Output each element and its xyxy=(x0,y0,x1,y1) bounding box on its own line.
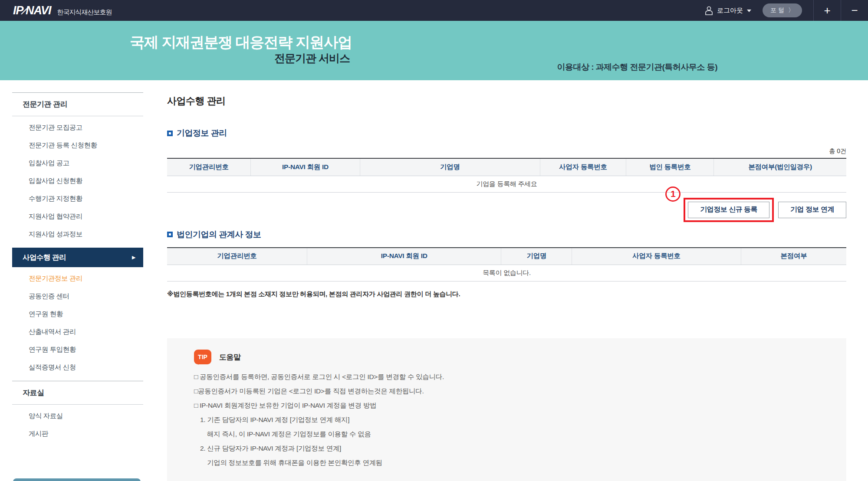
sidebar-item-bid-apply-status[interactable]: 입찰사업 신청현황 xyxy=(12,172,143,190)
portal-arrow-icon: 〉 xyxy=(788,7,794,14)
help-tip-box: TIP 도움말 □ 공동인증서를 등록하면, 공동인증서로 로그인 시 <로그인… xyxy=(167,338,846,481)
logo-navi: NAVI xyxy=(26,4,51,17)
service-title: 국제 지재권분쟁 대응전략 지원사업 xyxy=(126,33,356,52)
col-company-mgmt-no: 기업관리번호 xyxy=(167,158,250,176)
topbar: IP⁄NAVI 한국지식재산보호원 로그아웃 포 털 〉 + − xyxy=(0,0,868,21)
sidebar-item-researcher-status[interactable]: 연구원 현황 xyxy=(12,305,143,323)
link-company-info-button[interactable]: 기업 정보 연계 xyxy=(778,202,846,218)
table-header-row: 기업관리번호 IP-NAVI 회원 ID 기업명 사업자 등록번호 본점여부 xyxy=(167,248,846,265)
sidebar-item-form-archive[interactable]: 양식 자료실 xyxy=(12,407,143,425)
org-name: 한국지식재산보호원 xyxy=(57,8,112,16)
col-business-reg-no: 사업자 등록번호 xyxy=(572,248,741,265)
col-ipnavi-member-id: IP-NAVI 회원 ID xyxy=(250,158,360,176)
sidebar-section-archive: 자료실 xyxy=(12,381,143,405)
sidebar-item-performance-cert-request[interactable]: 실적증명서 신청 xyxy=(12,359,143,376)
section-bullet-icon xyxy=(167,232,173,237)
col-hq-status: 본점여부 xyxy=(741,248,846,265)
ipnavi-logo[interactable]: IP⁄NAVI 한국지식재산보호원 xyxy=(13,4,112,17)
active-menu-label: 사업수행 관리 xyxy=(23,253,66,262)
empty-row: 기업을 등록해 주세요 xyxy=(167,176,846,192)
sidebar-item-joint-cert-center[interactable]: 공동인증 센터 xyxy=(12,288,143,305)
tip-line: 2. 신규 담당자가 IP-NAVI 계정과 [기업정보 연계] xyxy=(194,441,829,455)
empty-row: 목록이 없습니다. xyxy=(167,265,846,281)
empty-message: 목록이 없습니다. xyxy=(167,265,846,281)
chevron-down-icon xyxy=(747,10,751,14)
col-hq-status: 본점여부(법인일경우) xyxy=(714,158,846,176)
col-company-mgmt-no: 기업관리번호 xyxy=(167,248,307,265)
empty-message: 기업을 등록해 주세요 xyxy=(167,176,846,192)
sidebar-item-output-statement-mgmt[interactable]: 산출내역서 관리 xyxy=(12,323,143,341)
tip-line: □ IP-NAVI 회원계정만 보유한 기업이 IP-NAVI 계정을 변경 방… xyxy=(194,398,829,412)
service-subtitle: 전문기관 서비스 xyxy=(126,51,350,65)
portal-label: 포 털 xyxy=(770,7,784,14)
tip-line: 기업의 정보보호를 위해 휴대폰을 이용한 본인확인후 연계됨 xyxy=(194,455,829,470)
sidebar-item-agency-designation-status[interactable]: 수행기관 지정현황 xyxy=(12,190,143,208)
corp-reg-note: ※법인등록번호에는 1개의 본점 소재지 정보만 허용되며, 본점의 관리자가 … xyxy=(167,290,846,298)
company-info-table: 기업관리번호 IP-NAVI 회원 ID 기업명 사업자 등록번호 법인 등록번… xyxy=(167,158,846,193)
sidebar-item-expert-recruit-notice[interactable]: 전문기관 모집공고 xyxy=(12,119,143,137)
help-title: 도움말 xyxy=(219,352,241,362)
col-ipnavi-member-id: IP-NAVI 회원 ID xyxy=(307,248,501,265)
col-company-name: 기업명 xyxy=(360,158,540,176)
sidebar-item-expert-register-status[interactable]: 전문기관 등록 신청현황 xyxy=(12,137,143,154)
company-info-section-title: 기업정보 관리 xyxy=(177,128,227,139)
sidebar-item-support-performance-info[interactable]: 지원사업 성과정보 xyxy=(12,226,143,243)
col-corp-reg-no: 법인 등록번호 xyxy=(626,158,714,176)
section-bullet-icon xyxy=(167,131,173,136)
tip-line: □ 공동인증서를 등록하면, 공동인증서로 로그인 시 <로그인 ID>를 변경… xyxy=(194,370,829,384)
arrow-right-icon: ▶ xyxy=(132,255,135,260)
sidebar-section-expert-mgmt: 전문기관 관리 xyxy=(12,92,143,116)
tip-badge-icon: TIP xyxy=(194,350,211,364)
person-icon xyxy=(705,6,713,15)
logout-label: 로그아웃 xyxy=(717,7,743,15)
affiliate-info-section-title: 법인기업의 관계사 정보 xyxy=(177,229,261,240)
sidebar-section-business-exec-mgmt-active[interactable]: 사업수행 관리 ▶ xyxy=(12,248,143,267)
col-company-name: 기업명 xyxy=(501,248,572,265)
logo-ip: IP xyxy=(13,4,23,17)
tip-line: 해지 즉시, 이 IP-NAVI 계정은 기업정보를 이용할 수 없음 xyxy=(194,427,829,441)
tip-line: □공동인증서가 미등록된 기업은 <로그인 ID>를 직접 변경하는것은 제한됩… xyxy=(194,384,829,398)
portal-button[interactable]: 포 털 〉 xyxy=(763,3,802,17)
sidebar-item-researcher-input-status[interactable]: 연구원 투입현황 xyxy=(12,341,143,359)
register-company-info-button[interactable]: 기업정보 신규 등록 xyxy=(688,202,769,218)
researcher-info-mgmt-button[interactable]: 연구원 정보관리 xyxy=(13,478,141,481)
table-header-row: 기업관리번호 IP-NAVI 회원 ID 기업명 사업자 등록번호 법인 등록번… xyxy=(167,158,846,176)
main-content: 사업수행 관리 기업정보 관리 총 0건 기업관리번호 IP-NAVI 회원 I… xyxy=(167,95,846,481)
font-zoom-in-button[interactable]: + xyxy=(814,0,841,21)
sidebar-item-expert-info-mgmt-current[interactable]: 전문기관정보 관리 xyxy=(12,270,143,288)
audience-note: 이용대상 : 과제수행 전문기관(특허사무소 등) xyxy=(557,62,717,73)
service-banner: 국제 지재권분쟁 대응전략 지원사업 전문기관 서비스 이용대상 : 과제수행 … xyxy=(0,21,868,80)
sidebar-item-support-agreement-mgmt[interactable]: 지원사업 협약관리 xyxy=(12,208,143,226)
sidebar-item-board[interactable]: 게시판 xyxy=(12,425,143,443)
page-title: 사업수행 관리 xyxy=(167,95,846,108)
affiliate-info-table: 기업관리번호 IP-NAVI 회원 ID 기업명 사업자 등록번호 본점여부 목… xyxy=(167,247,846,282)
sidebar-item-bid-notice[interactable]: 입찰사업 공고 xyxy=(12,154,143,172)
logout-menu[interactable]: 로그아웃 xyxy=(705,6,751,15)
font-zoom-out-button[interactable]: − xyxy=(841,0,868,21)
total-count: 총 0건 xyxy=(167,147,846,155)
sidebar: 전문기관 관리 전문기관 모집공고 전문기관 등록 신청현황 입찰사업 공고 입… xyxy=(12,92,143,481)
annotation-step-1: 1 xyxy=(665,187,681,202)
annotation-highlight-box: 1 기업정보 신규 등록 xyxy=(684,198,774,222)
tip-line: 1. 기존 담당자의 IP-NAVI 계정 [기업정보 연계 해지] xyxy=(194,412,829,427)
col-business-reg-no: 사업자 등록번호 xyxy=(540,158,626,176)
